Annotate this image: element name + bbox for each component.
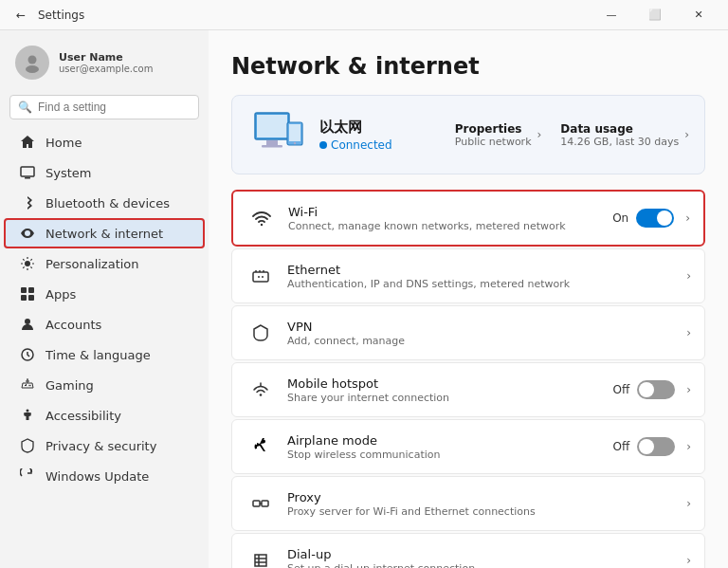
ethernet-subtitle: Authentication, IP and DNS settings, met… bbox=[287, 278, 671, 290]
setting-hotspot[interactable]: Mobile hotspot Share your internet conne… bbox=[231, 362, 705, 417]
svg-point-0 bbox=[28, 56, 37, 64]
search-input[interactable] bbox=[38, 101, 191, 114]
dialup-right: › bbox=[682, 554, 691, 567]
sidebar-item-system[interactable]: System bbox=[4, 157, 205, 188]
vpn-text: VPN Add, connect, manage bbox=[287, 320, 671, 347]
sidebar-label-privacy: Privacy & security bbox=[46, 439, 156, 453]
svg-point-23 bbox=[261, 224, 263, 226]
svg-rect-6 bbox=[28, 287, 34, 293]
dialup-subtitle: Set up a dial-up internet connection bbox=[287, 562, 671, 569]
sidebar-item-apps[interactable]: Apps bbox=[4, 279, 205, 309]
hero-links: Properties Public network › Data usage 1… bbox=[455, 122, 689, 148]
svg-rect-17 bbox=[257, 115, 287, 137]
sidebar: User Name user@example.com 🔍 Home System bbox=[0, 30, 209, 568]
network-hero-card: 以太网 Connected Properties Public network … bbox=[231, 95, 705, 174]
setting-ethernet[interactable]: Ethernet Authentication, IP and DNS sett… bbox=[231, 248, 705, 303]
hotspot-title: Mobile hotspot bbox=[287, 376, 601, 391]
airplane-toggle[interactable] bbox=[637, 437, 675, 456]
ethernet-icon bbox=[246, 261, 276, 291]
wifi-toggle-thumb bbox=[657, 211, 672, 226]
sidebar-item-accessibility[interactable]: Accessibility bbox=[4, 400, 205, 431]
titlebar-controls: — ⬜ ✕ bbox=[590, 0, 720, 30]
maximize-button[interactable]: ⬜ bbox=[633, 0, 677, 30]
sidebar-label-home: Home bbox=[46, 136, 82, 150]
sidebar-item-time[interactable]: Time & language bbox=[4, 339, 205, 370]
ethernet-right: › bbox=[682, 269, 691, 283]
data-usage-link[interactable]: Data usage 14.26 GB, last 30 days › bbox=[560, 122, 689, 148]
setting-proxy[interactable]: Proxy Proxy server for Wi-Fi and Etherne… bbox=[231, 476, 705, 531]
svg-point-25 bbox=[260, 394, 263, 396]
wifi-toggle[interactable] bbox=[636, 209, 674, 228]
search-box[interactable]: 🔍 bbox=[9, 95, 199, 119]
page-title: Network & internet bbox=[231, 53, 705, 80]
search-icon: 🔍 bbox=[18, 101, 32, 114]
minimize-button[interactable]: — bbox=[590, 0, 633, 30]
svg-rect-7 bbox=[21, 295, 27, 301]
svg-point-4 bbox=[25, 261, 30, 266]
main-layout: User Name user@example.com 🔍 Home System bbox=[0, 30, 728, 568]
proxy-title: Proxy bbox=[287, 490, 671, 504]
airplane-subtitle: Stop wireless communication bbox=[287, 449, 601, 461]
gaming-icon bbox=[19, 376, 36, 394]
setting-dialup[interactable]: Dial-up Set up a dial-up internet connec… bbox=[231, 533, 705, 568]
properties-link[interactable]: Properties Public network › bbox=[455, 122, 542, 148]
time-icon bbox=[19, 346, 36, 363]
proxy-right: › bbox=[682, 497, 691, 510]
vpn-chevron: › bbox=[686, 326, 691, 339]
user-profile: User Name user@example.com bbox=[0, 38, 209, 91]
network-status: Connected bbox=[319, 138, 444, 152]
avatar bbox=[15, 46, 49, 80]
system-icon bbox=[19, 164, 36, 181]
svg-point-15 bbox=[27, 410, 29, 412]
hotspot-toggle-thumb bbox=[639, 382, 654, 397]
ethernet-text: Ethernet Authentication, IP and DNS sett… bbox=[287, 263, 671, 290]
sidebar-label-accessibility: Accessibility bbox=[46, 409, 121, 423]
settings-list: Wi-Fi Connect, manage known networks, me… bbox=[231, 190, 705, 568]
sidebar-label-network: Network & internet bbox=[46, 227, 163, 241]
dialup-chevron: › bbox=[686, 554, 691, 567]
sidebar-item-network[interactable]: Network & internet bbox=[4, 218, 205, 248]
vpn-right: › bbox=[682, 326, 691, 339]
sidebar-label-system: System bbox=[46, 166, 91, 180]
svg-rect-21 bbox=[289, 124, 300, 141]
hotspot-icon bbox=[246, 375, 276, 405]
wifi-icon bbox=[246, 203, 277, 233]
sidebar-item-update[interactable]: Windows Update bbox=[4, 461, 205, 491]
hotspot-toggle[interactable] bbox=[637, 380, 675, 399]
back-button[interactable]: ← bbox=[11, 6, 30, 25]
proxy-chevron: › bbox=[686, 497, 691, 510]
sidebar-item-accounts[interactable]: Accounts bbox=[4, 309, 205, 339]
svg-point-9 bbox=[25, 319, 30, 324]
titlebar-left: ← Settings bbox=[11, 6, 84, 25]
setting-vpn[interactable]: VPN Add, connect, manage › bbox=[231, 305, 705, 360]
airplane-toggle-label: Off bbox=[612, 440, 629, 453]
sidebar-item-privacy[interactable]: Privacy & security bbox=[4, 431, 205, 461]
user-name: User Name bbox=[59, 51, 153, 64]
network-name: 以太网 bbox=[319, 119, 444, 137]
hotspot-subtitle: Share your internet connection bbox=[287, 392, 601, 404]
dialup-title: Dial-up bbox=[287, 547, 671, 561]
svg-rect-24 bbox=[253, 272, 268, 282]
wifi-subtitle: Connect, manage known networks, metered … bbox=[288, 220, 601, 232]
sidebar-item-personalization[interactable]: Personalization bbox=[4, 248, 205, 279]
sidebar-label-personalization: Personalization bbox=[46, 257, 139, 271]
network-icon bbox=[19, 225, 36, 242]
svg-rect-12 bbox=[26, 384, 27, 386]
svg-rect-8 bbox=[28, 295, 34, 301]
vpn-icon bbox=[246, 318, 276, 348]
svg-point-14 bbox=[29, 385, 30, 386]
hotspot-chevron: › bbox=[686, 383, 691, 396]
setting-airplane[interactable]: Airplane mode Stop wireless communicatio… bbox=[231, 419, 705, 474]
sidebar-item-home[interactable]: Home bbox=[4, 127, 205, 157]
airplane-chevron: › bbox=[686, 440, 691, 453]
wifi-text: Wi-Fi Connect, manage known networks, me… bbox=[288, 205, 601, 232]
sidebar-item-gaming[interactable]: Gaming bbox=[4, 370, 205, 400]
svg-rect-26 bbox=[253, 501, 260, 506]
airplane-toggle-thumb bbox=[639, 439, 654, 454]
svg-rect-2 bbox=[21, 167, 34, 176]
personalization-icon bbox=[19, 255, 36, 272]
close-button[interactable]: ✕ bbox=[677, 0, 720, 30]
sidebar-item-bluetooth[interactable]: Bluetooth & devices bbox=[4, 188, 205, 218]
setting-wifi[interactable]: Wi-Fi Connect, manage known networks, me… bbox=[231, 190, 705, 247]
connected-indicator bbox=[319, 141, 327, 149]
